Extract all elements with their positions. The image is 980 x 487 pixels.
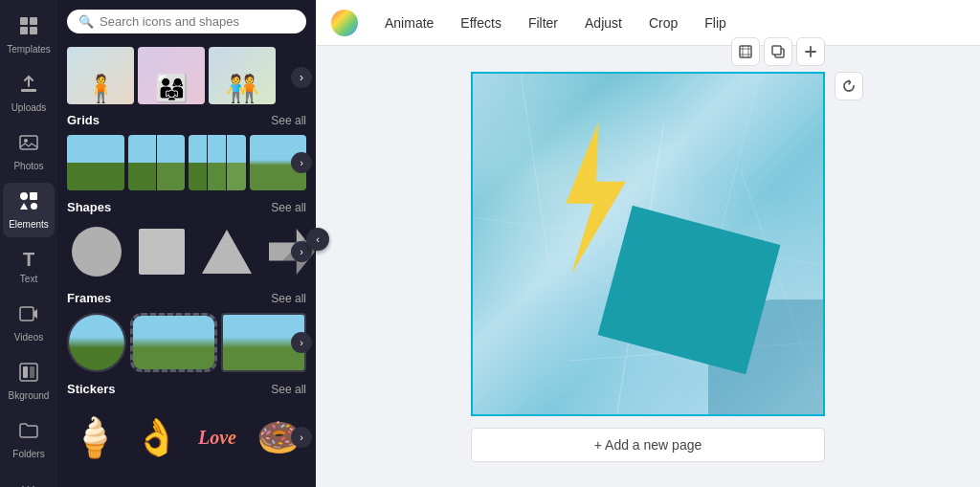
add-page-bar[interactable]: + Add a new page (471, 428, 825, 462)
strip-image-1[interactable]: 🧍 (67, 47, 134, 104)
grids-see-all[interactable]: See all (271, 114, 306, 127)
svg-rect-4 (21, 89, 36, 92)
love-text-icon: Love (198, 427, 236, 449)
add-page-label: + Add a new page (594, 437, 702, 453)
sticker-ok[interactable]: 👌 (128, 404, 184, 471)
frame-cloud[interactable] (130, 313, 217, 372)
panel-collapse-button[interactable]: ‹ (306, 228, 329, 251)
frames-section: Frames See all › (67, 291, 306, 372)
svg-rect-2 (20, 27, 28, 34)
svg-point-16 (331, 10, 358, 36)
search-input-wrapper[interactable]: 🔍 (67, 10, 306, 33)
svg-marker-9 (20, 203, 28, 210)
text-icon: T (23, 249, 34, 271)
svg-rect-15 (30, 366, 34, 378)
canvas-container (471, 72, 825, 416)
shapes-see-all[interactable]: See all (271, 201, 306, 214)
effects-button[interactable]: Effects (449, 10, 513, 36)
top-strip: 🧍 👨‍👩‍👧 🧑‍🤝‍🧑 › (57, 41, 316, 113)
svg-rect-8 (30, 192, 37, 200)
panel-wrapper: 🔍 🧍 👨‍👩‍👧 🧑‍🤝‍🧑 › (57, 0, 316, 487)
sidebar-item-uploads-label: Uploads (11, 102, 47, 113)
frames-see-all[interactable]: See all (271, 292, 306, 305)
flip-button[interactable]: Flip (693, 10, 738, 36)
animate-button[interactable]: Animate (373, 10, 445, 36)
sidebar-item-text[interactable]: T Text (3, 241, 55, 292)
sidebar-item-templates[interactable]: Templates (3, 8, 55, 62)
grids-section: Grids See all (67, 113, 306, 190)
elements-icon (18, 190, 39, 216)
svg-rect-10 (31, 203, 37, 210)
sidebar-item-folders[interactable]: Folders (3, 412, 55, 467)
svg-rect-14 (23, 366, 28, 378)
lightning-icon (540, 122, 635, 275)
strip-image-3[interactable]: 🧑‍🤝‍🧑 (209, 47, 276, 104)
svg-rect-13 (20, 364, 37, 381)
stickers-see-all[interactable]: See all (271, 383, 306, 396)
crop-button[interactable]: Crop (637, 10, 689, 36)
svg-rect-3 (30, 27, 37, 34)
shapes-row: › (67, 222, 306, 281)
strip-image-2[interactable]: 👨‍👩‍👧 (138, 47, 205, 104)
filter-button[interactable]: Filter (517, 10, 569, 36)
frame-tool-button[interactable] (731, 37, 760, 66)
grids-title: Grids (67, 113, 100, 127)
sidebar-item-uploads[interactable]: Uploads (3, 66, 55, 121)
svg-point-6 (24, 139, 28, 143)
canvas-toolbar (731, 37, 825, 66)
uploads-icon (18, 74, 39, 100)
sticker-icecream[interactable]: 🍦 (67, 404, 122, 471)
canvas-area: + Add a new page (316, 46, 980, 487)
grid-item-3[interactable] (189, 135, 246, 190)
svg-rect-1 (30, 17, 37, 25)
svg-rect-17 (740, 46, 751, 57)
strip-next-button[interactable]: › (291, 67, 312, 88)
sidebar-item-photos-label: Photos (13, 161, 43, 171)
sticker-love[interactable]: Love (189, 404, 245, 471)
shape-triangle[interactable] (197, 222, 256, 281)
copy-tool-button[interactable] (764, 37, 792, 66)
shapes-header: Shapes See all (67, 200, 306, 214)
frame-circle[interactable] (67, 313, 126, 372)
sidebar-item-videos-label: Videos (14, 332, 43, 343)
frames-title: Frames (67, 291, 111, 305)
sidebar-item-elements[interactable]: Elements (3, 183, 55, 237)
grids-next-button[interactable]: › (291, 152, 312, 173)
search-input[interactable] (100, 14, 295, 29)
refresh-button[interactable] (835, 72, 863, 100)
sidebar-item-elements-label: Elements (9, 219, 49, 230)
shapes-title: Shapes (67, 200, 111, 214)
folders-icon (18, 420, 39, 446)
topbar: Animate Effects Filter Adjust Crop Flip (316, 0, 980, 46)
svg-rect-11 (20, 307, 33, 321)
add-tool-button[interactable] (796, 37, 825, 66)
grids-row: › (67, 135, 306, 190)
sidebar-item-photos[interactable]: Photos (3, 124, 55, 179)
sidebar-item-templates-label: Templates (7, 44, 51, 55)
grid-item-1[interactable] (67, 135, 124, 190)
canvas-image[interactable] (471, 72, 825, 416)
grids-header: Grids See all (67, 113, 306, 127)
icecream-icon: 🍦 (71, 415, 119, 460)
shape-circle[interactable] (67, 222, 126, 281)
sidebar-item-more[interactable]: ··· More (3, 471, 55, 487)
frames-row: › (67, 313, 306, 372)
frames-next-button[interactable]: › (291, 332, 312, 353)
sidebar-item-background[interactable]: Bkground (3, 354, 55, 409)
grid-item-2[interactable] (128, 135, 186, 190)
ice-background (473, 74, 823, 414)
search-icon: 🔍 (78, 14, 94, 29)
shape-square[interactable] (132, 222, 191, 281)
sidebar-item-folders-label: Folders (12, 449, 44, 459)
more-icon: ··· (21, 478, 36, 487)
ok-icon: 👌 (134, 416, 179, 458)
frames-header: Frames See all (67, 291, 306, 305)
stickers-title: Stickers (67, 382, 116, 396)
search-bar: 🔍 (57, 0, 316, 41)
adjust-button[interactable]: Adjust (573, 10, 634, 36)
stickers-next-button[interactable]: › (291, 427, 312, 448)
sidebar-item-text-label: Text (20, 274, 37, 284)
templates-icon (18, 15, 39, 41)
canva-logo (331, 10, 358, 36)
sidebar-item-videos[interactable]: Videos (3, 296, 55, 350)
